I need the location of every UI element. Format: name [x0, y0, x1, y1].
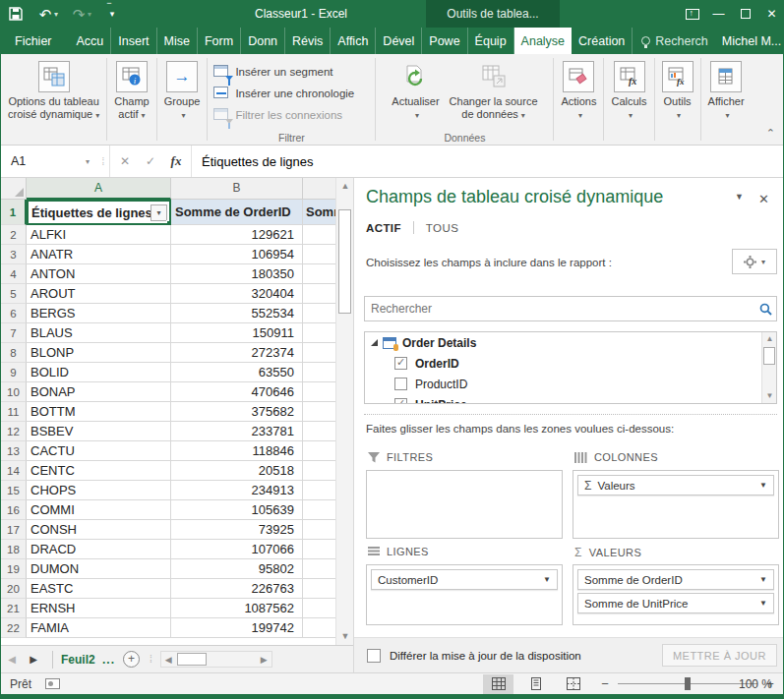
zoom-slider[interactable]: [618, 683, 757, 684]
field-row-unitprice[interactable]: UnitPrice: [365, 394, 760, 404]
cell-empty[interactable]: [303, 245, 335, 264]
cell-value[interactable]: 226763: [171, 579, 303, 599]
tab-insert[interactable]: Insert: [111, 28, 156, 54]
next-sheet-icon[interactable]: ▶: [23, 654, 44, 665]
cell-c1[interactable]: Somm: [303, 200, 335, 225]
cell-value[interactable]: 118846: [171, 441, 303, 461]
row-header-1[interactable]: 1: [1, 200, 27, 225]
field-search-box[interactable]: [364, 296, 777, 321]
defer-checkbox-icon[interactable]: [367, 649, 381, 663]
scroll-up-icon[interactable]: ▲: [762, 332, 777, 346]
field-list[interactable]: Order Details OrderID ProductID UnitPric…: [364, 331, 777, 404]
show-button[interactable]: Afficher ▾: [703, 57, 750, 124]
row-header[interactable]: 14: [1, 461, 27, 481]
cell-value[interactable]: 150911: [171, 323, 303, 343]
dropdown-caret-icon[interactable]: ▼: [543, 575, 551, 584]
cell-empty[interactable]: [303, 599, 335, 618]
row-header[interactable]: 21: [1, 599, 27, 618]
fill-handle[interactable]: [166, 220, 171, 225]
cell-customer[interactable]: EASTC: [27, 579, 171, 599]
select-all-corner[interactable]: [1, 178, 27, 200]
row-header[interactable]: 15: [1, 481, 27, 500]
cell-customer[interactable]: BLONP: [27, 343, 171, 363]
maximize-icon[interactable]: [732, 0, 758, 28]
tab-donn[interactable]: Donn: [241, 28, 285, 54]
cell-empty[interactable]: [303, 422, 335, 441]
row-header[interactable]: 22: [1, 618, 27, 638]
cell-customer[interactable]: BOLID: [27, 363, 171, 382]
checkbox-checked-icon[interactable]: [394, 357, 407, 370]
tab-fichier[interactable]: Fichier: [1, 28, 66, 54]
cell-value[interactable]: 107066: [171, 540, 303, 559]
cell-empty[interactable]: [303, 382, 335, 402]
tab--quip[interactable]: Équip: [468, 28, 514, 54]
cell-customer[interactable]: BOTTM: [27, 402, 171, 422]
cell-customer[interactable]: BONAP: [27, 382, 171, 402]
field-row-orderid[interactable]: OrderID: [365, 353, 760, 374]
field-row-productid[interactable]: ProductID: [365, 374, 760, 394]
cell-empty[interactable]: [303, 363, 335, 382]
customize-qat-icon[interactable]: ▾−: [97, 0, 127, 28]
formula-bar-splitter[interactable]: ⁞: [97, 146, 109, 177]
insert-slicer-button[interactable]: Insérer un segment: [213, 61, 354, 83]
cell-value[interactable]: 95802: [171, 559, 303, 579]
column-header-a[interactable]: A: [27, 178, 171, 200]
cell-value[interactable]: 552534: [171, 304, 303, 323]
cell-customer[interactable]: AROUT: [27, 284, 171, 304]
change-data-source-button[interactable]: Changer la source de données▾: [445, 57, 543, 124]
tab-form[interactable]: Form: [198, 28, 241, 54]
row-header[interactable]: 20: [1, 579, 27, 599]
cell-empty[interactable]: [303, 225, 335, 245]
tab-powe[interactable]: Powe: [422, 28, 467, 54]
cell-customer[interactable]: CACTU: [27, 441, 171, 461]
filters-area-box[interactable]: [366, 470, 563, 539]
dropdown-caret-icon[interactable]: ▼: [759, 599, 767, 608]
row-header[interactable]: 13: [1, 441, 27, 461]
zoom-slider-thumb[interactable]: [685, 677, 691, 690]
page-break-view-icon[interactable]: [558, 674, 588, 694]
formula-content[interactable]: Étiquettes de lignes: [192, 146, 784, 177]
pane-options-caret-icon[interactable]: ▼: [735, 192, 744, 202]
cell-value[interactable]: 106954: [171, 245, 303, 264]
cell-customer[interactable]: DUMON: [27, 559, 171, 579]
cell-value[interactable]: 272374: [171, 343, 303, 363]
cell-customer[interactable]: ERNSH: [27, 599, 171, 618]
cell-empty[interactable]: [303, 264, 335, 284]
actions-button[interactable]: Actions ▾: [556, 57, 601, 124]
row-header[interactable]: 9: [1, 363, 27, 382]
row-header[interactable]: 7: [1, 323, 27, 343]
cell-empty[interactable]: [303, 500, 335, 520]
cell-value[interactable]: 180350: [171, 264, 303, 284]
pane-tab-all[interactable]: TOUS: [426, 222, 458, 234]
vertical-scrollbar[interactable]: ▲ ▼: [335, 178, 353, 645]
insert-function-icon[interactable]: fx: [163, 153, 189, 169]
horizontal-scrollbar[interactable]: ◀ ▶: [160, 651, 272, 668]
tab-mise[interactable]: Mise: [157, 28, 198, 54]
cell-value[interactable]: 470646: [171, 382, 303, 402]
row-header[interactable]: 2: [1, 225, 27, 245]
cell-empty[interactable]: [303, 284, 335, 304]
search-input[interactable]: [365, 302, 754, 316]
tab-accu[interactable]: Accu: [70, 28, 112, 54]
row-header[interactable]: 17: [1, 520, 27, 540]
row-header[interactable]: 10: [1, 382, 27, 402]
column-header-c[interactable]: [303, 178, 335, 200]
zoom-out-icon[interactable]: −: [598, 676, 612, 691]
tab-r-vis[interactable]: Révis: [285, 28, 331, 54]
cell-value[interactable]: 233781: [171, 422, 303, 441]
new-sheet-icon[interactable]: +: [123, 651, 140, 668]
row-header[interactable]: 19: [1, 559, 27, 579]
sheet-tab[interactable]: Feuil2: [61, 653, 100, 667]
cell-empty[interactable]: [303, 343, 335, 363]
cell-empty[interactable]: [303, 540, 335, 559]
row-header[interactable]: 8: [1, 343, 27, 363]
cell-value[interactable]: 105639: [171, 500, 303, 520]
undo-caret-icon[interactable]: ▾: [54, 10, 64, 19]
cell-empty[interactable]: [303, 402, 335, 422]
field-list-scrollbar[interactable]: ▲ ▼: [761, 332, 776, 403]
row-header[interactable]: 12: [1, 422, 27, 441]
macro-record-icon[interactable]: [45, 678, 60, 689]
cell-empty[interactable]: [303, 441, 335, 461]
cell-customer[interactable]: DRACD: [27, 540, 171, 559]
cell-value[interactable]: 375682: [171, 402, 303, 422]
